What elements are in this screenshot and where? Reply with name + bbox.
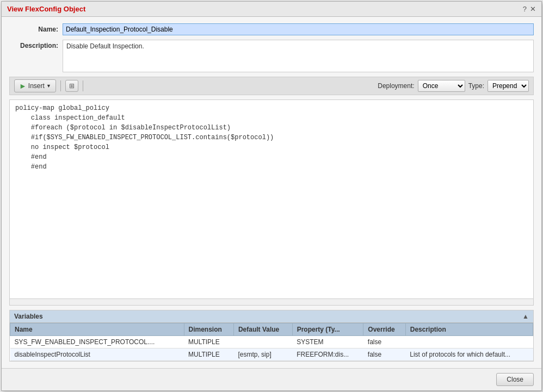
title-bar: View FlexConfig Object ? ✕ [2,2,541,17]
toolbar-separator-2 [83,80,83,91]
name-input[interactable] [63,23,534,35]
insert-label: Insert [28,82,45,90]
variables-header: Variables ▲ [10,310,533,323]
row2-name: disableInspectProtocolList [10,349,184,361]
code-scrollbar[interactable] [9,299,534,306]
variables-collapse-icon[interactable]: ▲ [522,313,529,320]
row2-override: false [363,349,405,361]
row2-default: [esmtp, sip] [233,349,292,361]
name-row: Name: [9,23,534,35]
row1-description [405,336,533,349]
insert-icon: ► [19,82,27,90]
insert-dropdown-icon: ▼ [46,83,51,89]
deployment-label: Deployment: [378,82,414,90]
editor-toolbar: ► Insert ▼ ⊞ Deployment: Once EveryTime … [9,77,534,95]
row2-description: List of protocols for which default... [405,349,533,361]
row1-override: false [363,336,405,349]
help-icon[interactable]: ? [523,5,527,13]
insert-button[interactable]: ► Insert ▼ [14,79,56,92]
grid-icon-button[interactable]: ⊞ [65,80,78,92]
description-label: Description: [9,40,58,49]
deployment-section: Deployment: Once EveryTime Type: Prepend… [378,80,529,92]
title-bar-controls: ? ✕ [523,5,536,13]
type-select[interactable]: Prepend Append [488,80,529,92]
table-row: SYS_FW_ENABLED_INSPECT_PROTOCOL.... MULT… [10,336,533,349]
col-header-property: Property (Ty... [292,323,363,336]
variables-header-row: Name Dimension Default Value Property (T… [10,323,533,336]
col-header-default: Default Value [233,323,292,336]
row1-default [233,336,292,349]
table-row: disableInspectProtocolList MULTIPLE [esm… [10,349,533,361]
dialog-body: Name: Description: ► Insert ▼ ⊞ Deployme… [2,17,541,368]
type-label: Type: [468,82,484,90]
name-label: Name: [9,23,58,33]
description-row: Description: [9,40,534,72]
col-header-description: Description [405,323,533,336]
row1-property: SYSTEM [292,336,363,349]
close-button[interactable]: Close [496,373,534,386]
dialog-title: View FlexConfig Object [7,5,85,13]
row2-property: FREEFORM:dis... [292,349,363,361]
deployment-select[interactable]: Once EveryTime [418,80,465,92]
variables-table: Name Dimension Default Value Property (T… [10,323,533,361]
variables-section-label: Variables [14,313,43,320]
col-header-name: Name [10,323,184,336]
dialog-footer: Close [2,368,541,390]
toolbar-separator-1 [60,80,61,91]
row1-name: SYS_FW_ENABLED_INSPECT_PROTOCOL.... [10,336,184,349]
description-textarea[interactable] [63,40,534,72]
code-editor[interactable]: policy-map global_policy class inspectio… [9,99,534,299]
col-header-override: Override [363,323,405,336]
code-wrapper: policy-map global_policy class inspectio… [9,99,534,306]
col-header-dimension: Dimension [184,323,233,336]
variables-section: Variables ▲ Name Dimension Default Value… [9,310,534,362]
row2-dimension: MULTIPLE [184,349,233,361]
dialog-container: View FlexConfig Object ? ✕ Name: Descrip… [1,1,542,391]
close-icon[interactable]: ✕ [530,5,536,13]
row1-dimension: MULTIPLE [184,336,233,349]
